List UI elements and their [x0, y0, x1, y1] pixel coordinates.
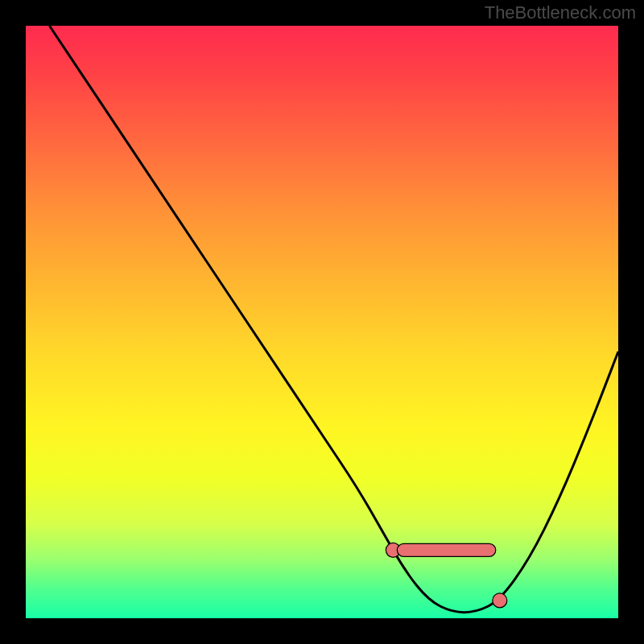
bottleneck-curve-svg: [26, 26, 618, 618]
optimal-range-markers: [386, 543, 506, 608]
bottleneck-curve-path: [49, 26, 618, 613]
optimal-end-marker: [493, 593, 507, 608]
optimal-range-pill: [397, 543, 495, 556]
watermark-text: TheBottleneck.com: [485, 2, 636, 23]
chart-plot-area: [26, 26, 618, 618]
